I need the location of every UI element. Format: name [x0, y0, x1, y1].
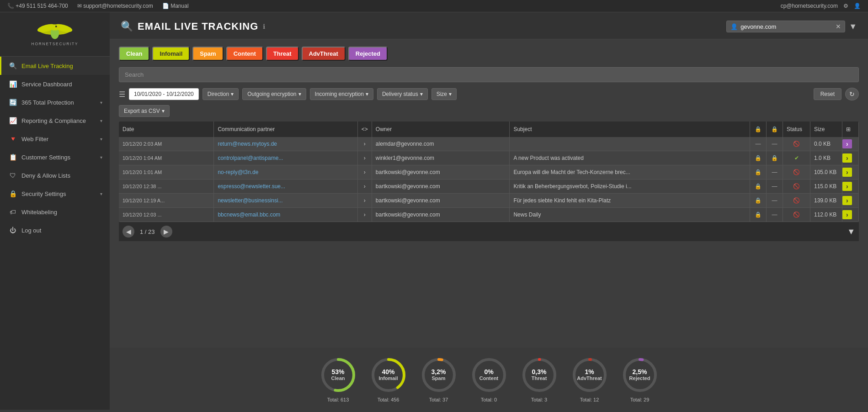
list-view-icon[interactable]: ☰ [119, 90, 125, 99]
sidebar-item-reporting-compliance[interactable]: 📈 Reporting & Compliance ▾ [0, 111, 110, 130]
pagination-dropdown-button[interactable]: ▼ [847, 227, 855, 237]
cell-lock2-5: — [767, 208, 783, 222]
direction-filter[interactable]: Direction ▾ [202, 88, 239, 100]
manual-link[interactable]: 📄 Manual [162, 3, 189, 9]
sidebar-item-365-total-protection[interactable]: 🔄 365 Total Protection ▾ [0, 93, 110, 111]
refresh-button[interactable]: ↻ [845, 88, 859, 100]
cell-owner-0: alemdar@gevonne.com [372, 137, 510, 151]
outgoing-enc-filter[interactable]: Outgoing encryption ▾ [242, 88, 306, 100]
cell-action-1[interactable]: › [842, 151, 859, 165]
stat-content: 0% Content Total: 0 [471, 357, 507, 402]
pagination-current: 1 / 23 [140, 228, 155, 235]
domain-input[interactable] [740, 23, 833, 30]
cell-action-5[interactable]: › [842, 208, 859, 222]
sidebar-item-deny-allow-lists[interactable]: 🛡 Deny & Allow Lists [0, 166, 110, 185]
col-direction: <> [357, 121, 372, 137]
delivery-status-filter[interactable]: Delivery status ▾ [377, 88, 428, 100]
size-filter[interactable]: Size ▾ [431, 88, 457, 100]
table-row[interactable]: 10/12/20 1:01 AM no-reply@t3n.de › bartk… [119, 165, 859, 180]
cell-date-1: 10/12/20 1:04 AM [119, 151, 214, 165]
row-action-btn-1[interactable]: › [842, 153, 852, 163]
sidebar-item-service-dashboard[interactable]: 📊 Service Dashboard [0, 75, 110, 93]
domain-user-icon: 👤 [730, 23, 738, 30]
incoming-enc-label: Incoming encryption [315, 91, 364, 97]
badge-advthreat[interactable]: AdvThreat [302, 47, 346, 61]
nav-label-365-total-protection: 365 Total Protection [21, 99, 96, 106]
support-email[interactable]: ✉ support@hornetsecurity.com [77, 3, 153, 9]
col-subject: Subject [510, 121, 750, 137]
svg-text:HORNETSECURITY: HORNETSECURITY [32, 42, 79, 46]
domain-clear-button[interactable]: ✕ [836, 23, 841, 30]
row-action-btn-3[interactable]: › [842, 182, 852, 191]
cell-partner-1: controlpanel@antispame... [214, 151, 357, 165]
user-icon[interactable]: 👤 [854, 3, 861, 9]
table-row[interactable]: 10/12/20 2:03 AM return@news.mytoys.de ›… [119, 137, 859, 151]
size-label: Size [437, 91, 447, 97]
table-row[interactable]: 10/12/20 1:04 AM controlpanel@antispame.… [119, 151, 859, 165]
date-range-button[interactable]: 10/01/2020 - 10/12/2020 [129, 88, 199, 100]
search-input[interactable] [119, 67, 859, 82]
sidebar-item-email-live-tracking[interactable]: 🔍 Email Live Tracking [0, 57, 110, 75]
cell-action-4[interactable]: › [842, 194, 859, 208]
badge-threat[interactable]: Threat [266, 47, 299, 61]
cell-status-2: 🚫 [783, 165, 810, 180]
incoming-enc-filter[interactable]: Incoming encryption ▾ [310, 88, 373, 100]
stat-infomail: 40% Infomail Total: 456 [370, 357, 407, 402]
row-action-btn-0[interactable]: › [842, 139, 852, 148]
table-header: Date Communication partner <> Owner Subj… [119, 121, 859, 137]
filter-badges: CleanInfomailSpamContentThreatAdvThreatR… [119, 47, 859, 61]
cell-size-1: 1.0 KB [810, 151, 842, 165]
nav-label-service-dashboard: Service Dashboard [21, 81, 102, 88]
user-email: cp@hornetsecurity.com [781, 3, 838, 9]
table-row[interactable]: 10/12/20 12:38 ... espresso@newsletter.s… [119, 180, 859, 194]
info-icon[interactable]: ℹ [263, 23, 265, 30]
cell-owner-3: bartkowski@gevonne.com [372, 180, 510, 194]
badge-content[interactable]: Content [226, 47, 263, 61]
table-row[interactable]: 10/12/20 12:19 A... newsletter@businessi… [119, 194, 859, 208]
cell-size-5: 112.0 KB [810, 208, 842, 222]
badge-clean[interactable]: Clean [119, 47, 149, 61]
cell-status-3: 🚫 [783, 180, 810, 194]
badge-rejected[interactable]: Rejected [348, 47, 388, 61]
settings-icon[interactable]: ⚙ [843, 3, 848, 9]
col-date: Date [119, 121, 214, 137]
domain-dropdown-button[interactable]: ▼ [849, 22, 857, 32]
sidebar-item-whitelabeling[interactable]: 🏷 Whitelabeling [0, 203, 110, 221]
sidebar-item-customer-settings[interactable]: 📋 Customer Settings ▾ [0, 148, 110, 166]
page-title: EMAIL LIVE TRACKING [138, 21, 258, 32]
sidebar-item-log-out[interactable]: ⏻ Log out [0, 221, 110, 239]
stat-label-infomail: Infomail [378, 376, 398, 381]
sidebar-item-security-settings[interactable]: 🔒 Security Settings ▾ [0, 185, 110, 203]
nav-label-email-live-tracking: Email Live Tracking [21, 63, 102, 69]
badge-infomail[interactable]: Infomail [152, 47, 190, 61]
nav-label-reporting-compliance: Reporting & Compliance [21, 117, 96, 124]
col-action: ⊞ [842, 121, 859, 137]
cell-subject-5: News Daily [510, 208, 750, 222]
cell-action-2[interactable]: › [842, 165, 859, 180]
row-action-btn-5[interactable]: › [842, 210, 852, 219]
pagination-prev-button[interactable]: ◀ [122, 226, 134, 238]
nav-arrow-security-settings: ▾ [100, 191, 102, 196]
circle-rejected: 2,5% Rejected [622, 357, 658, 393]
col-status: Status [783, 121, 810, 137]
outgoing-enc-arrow-icon: ▾ [298, 91, 301, 97]
cell-action-0[interactable]: › [842, 137, 859, 151]
export-csv-button[interactable]: Export as CSV ▾ [119, 105, 170, 117]
row-action-btn-4[interactable]: › [842, 196, 852, 205]
cell-status-0: 🚫 [783, 137, 810, 151]
cell-size-3: 115.0 KB [810, 180, 842, 194]
search-circle-icon: 🔍 [121, 21, 133, 32]
badge-spam[interactable]: Spam [192, 47, 223, 61]
cell-action-3[interactable]: › [842, 180, 859, 194]
cell-lock2-1: 🔒 [767, 151, 783, 165]
reset-button[interactable]: Reset [814, 88, 841, 100]
direction-label: Direction [208, 91, 229, 97]
table-row[interactable]: 10/12/20 12:03 ... bbcnews@email.bbc.com… [119, 208, 859, 222]
cell-subject-2: Europa will die Macht der Tech-Konzerne … [510, 165, 750, 180]
row-action-btn-2[interactable]: › [842, 168, 852, 177]
cell-date-3: 10/12/20 12:38 ... [119, 180, 214, 194]
pagination-next-button[interactable]: ▶ [160, 226, 172, 238]
sidebar-item-web-filter[interactable]: 🔻 Web Filter ▾ [0, 130, 110, 148]
domain-search: 👤 ✕ ▼ [726, 21, 857, 32]
stat-clean: 53% Clean Total: 613 [320, 357, 357, 402]
